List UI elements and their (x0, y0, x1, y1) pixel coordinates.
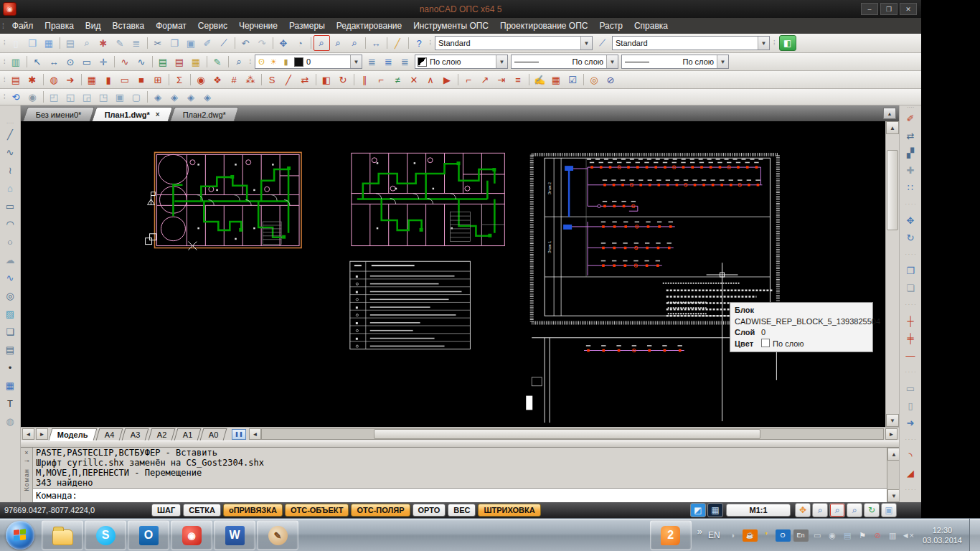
tool-iso-sw[interactable]: ◈ (150, 89, 166, 105)
doc-tab[interactable]: План1.dwg*× (91, 107, 172, 121)
menu-item[interactable]: Сервис (192, 19, 233, 32)
grid-settings-button[interactable]: ▦ (707, 503, 723, 517)
tray-network-icon[interactable]: ▥ (887, 529, 899, 542)
tool-ring[interactable]: ◎ (586, 72, 603, 88)
tool-shelf[interactable]: ⌐ (461, 72, 477, 88)
tray-java-icon[interactable]: ☕ (743, 529, 758, 542)
tool-hatch[interactable]: ▨ (1, 305, 19, 323)
taskbar-word[interactable]: W (214, 520, 255, 550)
tool-polygon[interactable]: ⌂ (1, 179, 19, 197)
tool-print-settings[interactable]: ✱ (95, 35, 112, 51)
tool-wire-add[interactable]: ≠ (390, 72, 406, 88)
tray-overflow-button[interactable]: » (697, 526, 702, 537)
tray-outlook-tray-icon[interactable]: O (776, 529, 791, 542)
tool-arc[interactable]: ◠ (1, 215, 19, 233)
taskbar-outlook[interactable]: O (128, 520, 169, 550)
tool-select-dim[interactable]: ↖ (29, 54, 46, 70)
tool-report[interactable]: Σ (171, 72, 188, 88)
tool-wire-parallel[interactable]: ∥ (357, 72, 373, 88)
tool-plot-stamp[interactable]: ✎ (112, 35, 128, 51)
tool-donut[interactable]: ◍ (1, 413, 19, 430)
tool-layers-dialog[interactable]: ≣ (364, 54, 380, 70)
tool-fillet[interactable]: ◝ (901, 447, 920, 464)
status-toggle[interactable]: ШТРИХОВКА (478, 504, 540, 517)
menu-item[interactable]: Размеры (283, 19, 331, 32)
tray-display-icon[interactable]: ▭ (811, 529, 824, 542)
tool-paste-block[interactable]: ✐ (199, 35, 216, 51)
menu-item[interactable]: Проектирование ОПС (494, 19, 593, 32)
tool-clip-rect[interactable]: ▭ (901, 380, 920, 397)
tool-save[interactable]: ▦ (41, 35, 57, 51)
tool-device[interactable]: ◉ (193, 72, 209, 88)
tool-cable-swap[interactable]: ⇄ (297, 72, 314, 88)
doc-tab[interactable]: План2.dwg* (169, 107, 239, 121)
taskbar-clock[interactable]: 12:30 03.03.2014 (923, 525, 962, 545)
tool-ellipse[interactable]: ◎ (1, 287, 19, 305)
tool-point[interactable]: • (1, 359, 19, 377)
tool-mirror[interactable]: ⇄ (901, 127, 920, 144)
tool-pan[interactable]: ✥ (275, 35, 292, 51)
scroll-left-icon[interactable]: ◄ (249, 428, 261, 440)
tool-view-back[interactable]: ▢ (128, 89, 145, 105)
language-indicator[interactable]: EN (708, 530, 720, 540)
scroll-up-icon[interactable]: ▲ (886, 121, 899, 134)
lineweight-combo[interactable]: По слою ▼ (621, 55, 729, 69)
tool-fit[interactable]: ↔ (368, 35, 385, 51)
tool-help[interactable]: ? (411, 35, 428, 51)
tool-view-bottom[interactable]: ◱ (62, 89, 79, 105)
tool-mirror-diag[interactable]: ▞ (901, 144, 920, 161)
zoom-extents-button[interactable]: ⌕ (847, 503, 862, 517)
tool-curve[interactable]: ∿ (133, 54, 150, 70)
tool-wire-delete[interactable]: ✕ (406, 72, 423, 88)
tool-break[interactable]: ╪ (901, 329, 920, 347)
tool-iso-ne[interactable]: ◈ (183, 89, 199, 105)
show-desktop-button[interactable] (969, 519, 980, 551)
tool-project-settings[interactable]: ✱ (24, 72, 41, 88)
scale-indicator[interactable]: М1:1 (726, 504, 791, 517)
tool-area[interactable]: ■ (133, 72, 150, 88)
tool-break-point[interactable]: ┼ (901, 312, 920, 329)
chevron-down-icon[interactable]: ▼ (350, 55, 362, 68)
tool-new[interactable]: ▯ (8, 35, 24, 51)
layer-bulb-icon[interactable]: ʘ (255, 54, 268, 70)
linetype-combo[interactable]: По слою ▼ (511, 55, 618, 69)
zoom-window-button[interactable]: ⌕ (829, 503, 845, 517)
tool-move[interactable]: ✥ (901, 212, 920, 229)
tool-project-manager[interactable]: ▤ (8, 72, 24, 88)
tool-database[interactable]: ◍ (46, 72, 62, 88)
menu-item[interactable]: Вставка (107, 19, 151, 32)
tool-dim-radius[interactable]: ⊙ (62, 54, 79, 70)
tool-view-left[interactable]: ◲ (79, 89, 95, 105)
menu-item[interactable]: Формат (150, 19, 192, 32)
tool-undo[interactable]: ↶ (237, 35, 254, 51)
tool-offset[interactable]: ❏ (901, 279, 920, 296)
tray-speaker-muted-icon[interactable]: ◄× (902, 529, 914, 542)
tool-array[interactable]: ∷ (901, 179, 920, 196)
scroll-right-icon[interactable]: ► (885, 428, 897, 440)
zoom-in-button[interactable]: ⌕ (812, 503, 828, 517)
layout-tab[interactable]: Модель (49, 428, 97, 441)
tool-cable-s[interactable]: S (264, 72, 281, 88)
chevron-down-icon[interactable]: ▼ (580, 37, 592, 50)
scroll-down-icon[interactable]: ▼ (886, 414, 899, 427)
tool-rectangle[interactable]: ▭ (1, 197, 19, 215)
tool-zoom-dynamic[interactable]: ⌕ (330, 35, 347, 51)
layout-tab[interactable]: A1 (174, 428, 202, 441)
tool-cloud[interactable]: ☁ (1, 251, 19, 269)
horizontal-scrollbar[interactable]: ◄ ► (248, 428, 897, 440)
status-toggle[interactable]: ОТС-ПОЛЯР (351, 504, 410, 517)
tool-open[interactable]: ❒ (24, 35, 41, 51)
taskbar-2gis[interactable]: 2 (650, 520, 692, 550)
tool-monitor-toggle[interactable]: ◧ (779, 35, 796, 51)
menu-item[interactable]: Файл (6, 19, 39, 32)
status-toggle[interactable]: СЕТКА (183, 504, 221, 517)
tool-riser[interactable]: ≡ (510, 72, 527, 88)
tool-clip-rect2[interactable]: ▯ (901, 397, 920, 414)
tray-safely-remove-icon[interactable]: ⊘ (872, 529, 884, 542)
tool-line[interactable]: ╱ (1, 126, 19, 143)
regen-button[interactable]: ↻ (864, 503, 880, 517)
layout-tab[interactable]: A2 (148, 428, 175, 441)
tool-copy-obj[interactable]: ❐ (901, 262, 920, 279)
tool-check[interactable]: ☑ (565, 72, 581, 88)
tool-structure[interactable]: ⁂ (242, 72, 259, 88)
